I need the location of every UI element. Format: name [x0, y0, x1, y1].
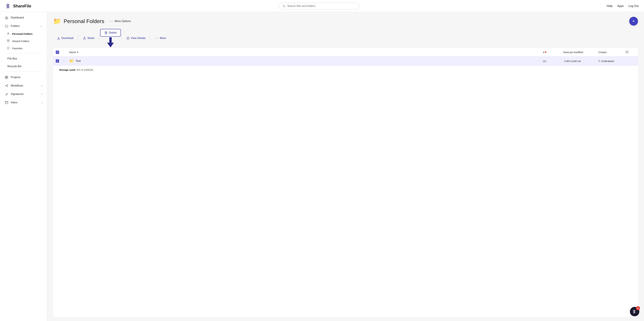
header-nav: Help Apps Log Out [607, 4, 639, 8]
sidebar-item-folders[interactable]: Folders ⌄ [0, 22, 47, 30]
more-options-button[interactable]: ⋯ More Options [110, 19, 131, 23]
more-dots-icon: ⋯ [155, 36, 158, 40]
table-row[interactable]: ✓ ☆ 📁 Test (1) 0 B 9:11AM me [53, 57, 638, 66]
svg-rect-5 [8, 41, 9, 42]
notification-badge[interactable]: 9 [630, 307, 639, 316]
name-col-label: Name [69, 51, 76, 54]
size-col-label: Size [563, 51, 568, 54]
svg-point-2 [8, 33, 9, 34]
header-options-col [625, 50, 635, 54]
help-link[interactable]: Help [607, 4, 612, 8]
header-creator-col[interactable]: Creator [598, 51, 625, 54]
row-star-cell: ☆ [62, 59, 69, 63]
svg-point-0 [283, 5, 285, 7]
sidebar-item-signatures[interactable]: Signatures › [0, 90, 47, 98]
svg-rect-4 [8, 40, 10, 41]
svg-rect-8 [5, 78, 6, 79]
sidebar-item-recycle-bin[interactable]: Recycle Bin [0, 63, 47, 70]
plus-icon: + [632, 19, 635, 24]
view-details-button[interactable]: View Details [122, 35, 150, 42]
row-checkbox[interactable]: ✓ [56, 59, 59, 63]
sharefile-badge-icon [632, 309, 637, 314]
arrow-stem [109, 37, 112, 43]
header-size-col[interactable]: Size [551, 51, 568, 54]
inbox-chevron-icon: › [41, 101, 42, 104]
sidebar-item-workflows[interactable]: Workflows › [0, 82, 47, 90]
trash-icon [104, 31, 108, 34]
star-icon[interactable]: ☆ [62, 59, 65, 63]
row-name-cell: 📁 Test [69, 59, 538, 63]
svg-line-16 [8, 93, 8, 94]
header-checkbox-cell: ✓ [56, 51, 62, 54]
search-input[interactable] [287, 5, 355, 8]
row-creator: T. Chakrabarti [598, 60, 614, 63]
file-name-text: Test [76, 60, 80, 63]
delete-with-arrow: Delete [100, 29, 121, 47]
layout: Dashboard Folders ⌄ Personal Folders Sha… [0, 12, 644, 321]
download-icon [57, 37, 60, 40]
view-details-label: View Details [131, 37, 146, 40]
sort-arrow-icon: ▼ [76, 51, 78, 54]
sidebar-item-favorites[interactable]: Favorites [0, 45, 47, 52]
notification-count: 9 [636, 306, 640, 310]
download-label: Download [62, 37, 74, 40]
sidebar-label-folders: Folders [11, 25, 20, 28]
more-options-dots-icon: ⋯ [110, 19, 113, 23]
logo-text: ShareFile [13, 4, 31, 9]
sidebar-item-personal-folders[interactable]: Personal Folders [0, 30, 47, 38]
row-creator-cell: T. Chakrabarti [598, 60, 625, 63]
sidebar-label-personal-folders: Personal Folders [12, 33, 32, 35]
sidebar-item-shared-folders[interactable]: Shared Folders [0, 38, 47, 45]
sidebar-label-recycle-bin: Recycle Bin [8, 65, 22, 68]
toolbar-sep-3 [122, 36, 122, 41]
modified-col-label: Last modified [568, 51, 583, 54]
row-count: (1) [543, 60, 546, 63]
sidebar-item-projects[interactable]: Projects [0, 73, 47, 82]
sidebar-item-file-box[interactable]: File Box [0, 55, 47, 63]
sidebar-label-file-box: File Box [8, 57, 17, 60]
sidebar-item-inbox[interactable]: Inbox › [0, 98, 47, 107]
table-header: ✓ Name ▼ # Size Last modified [53, 48, 638, 57]
page-header: 📁 Personal Folders ⋯ More Options + [47, 12, 644, 29]
files-content-area: ✓ Name ▼ # Size Last modified [53, 48, 638, 317]
search-bar[interactable] [278, 3, 359, 10]
apps-link[interactable]: Apps [617, 4, 624, 8]
check-mark: ✓ [56, 51, 58, 54]
logout-link[interactable]: Log Out [628, 4, 639, 8]
svg-rect-3 [7, 40, 8, 41]
sidebar-label-dashboard: Dashboard [11, 16, 24, 19]
sidebar-label-inbox: Inbox [11, 101, 17, 104]
add-fab-button[interactable]: + [629, 17, 638, 26]
header-name-col[interactable]: Name ▼ [69, 51, 538, 54]
row-size: 0 B [564, 60, 568, 63]
share-button[interactable]: Share [79, 35, 98, 42]
row-check-mark: ✓ [56, 60, 58, 62]
folder-emoji-icon: 📁 [53, 18, 61, 25]
sidebar: Dashboard Folders ⌄ Personal Folders Sha… [0, 12, 47, 321]
delete-button[interactable]: Delete [100, 29, 121, 37]
column-options-icon[interactable] [625, 50, 629, 54]
user-icon [7, 32, 10, 36]
more-options-label: More Options [115, 20, 131, 23]
page-title: Personal Folders [64, 18, 104, 24]
sidebar-label-workflows: Workflows [11, 84, 23, 87]
more-button[interactable]: ⋯ More [151, 34, 170, 42]
storage-info: Storage used: 0% of 1000GB [53, 66, 638, 74]
main-content: 📁 Personal Folders ⋯ More Options + Down… [47, 12, 644, 321]
arrow-indicator [107, 37, 114, 47]
search-icon [282, 5, 286, 8]
sidebar-item-dashboard[interactable]: Dashboard [0, 14, 47, 22]
signatures-icon [5, 92, 8, 96]
row-modified: 9:11AM me [568, 60, 581, 63]
toolbar: Download Share Delete [47, 29, 644, 47]
shared-folders-icon [7, 39, 10, 43]
count-col-label: # [543, 51, 544, 54]
select-all-checkbox[interactable]: ✓ [56, 51, 59, 54]
folders-chevron-icon: ⌄ [40, 25, 42, 27]
svg-marker-6 [7, 47, 10, 49]
header-count-col: # [538, 51, 551, 54]
signatures-chevron-icon: › [41, 93, 42, 96]
workflows-chevron-icon: › [41, 84, 42, 87]
header-modified-col[interactable]: Last modified [568, 51, 598, 54]
download-button[interactable]: Download [53, 35, 78, 42]
